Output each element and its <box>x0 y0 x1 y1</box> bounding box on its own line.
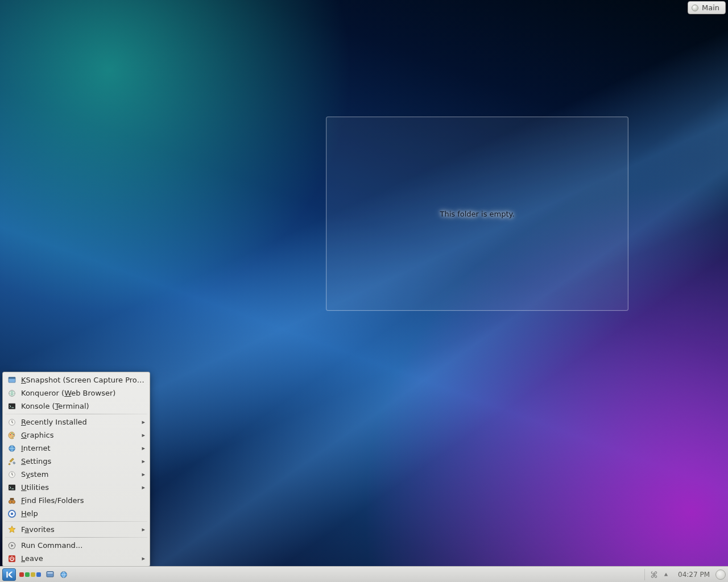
desktop-folder-widget[interactable]: This folder is empty. <box>326 117 628 311</box>
submenu-arrow-icon: ▸ <box>142 526 145 533</box>
run-icon <box>7 541 16 550</box>
menu-item-label: Find Files/Folders <box>21 496 145 505</box>
menu-item-label: System <box>21 470 137 479</box>
pager-desktop-3[interactable] <box>31 572 35 577</box>
clock-icon <box>7 418 16 427</box>
system-tray <box>644 569 672 580</box>
menu-item-leave[interactable]: Leave▸ <box>3 552 150 565</box>
svg-rect-19 <box>47 572 52 573</box>
globe-blue-icon <box>7 444 16 453</box>
svg-point-5 <box>10 434 11 435</box>
activity-indicator-icon <box>692 5 698 11</box>
tools-icon <box>7 457 16 466</box>
folder-empty-text: This folder is empty. <box>440 210 514 218</box>
svg-rect-1 <box>9 377 15 379</box>
menu-separator <box>5 537 147 538</box>
panel-toolbox-cashew[interactable] <box>715 569 726 580</box>
menu-item-label: Settings <box>21 457 137 465</box>
kde-logo-icon <box>5 571 13 579</box>
menu-item-settings[interactable]: Settings▸ <box>3 455 150 468</box>
menu-item-run[interactable]: Run Command... <box>3 539 150 552</box>
help-icon <box>7 509 16 518</box>
taskbar-clock[interactable]: 04:27 PM <box>675 571 713 579</box>
svg-point-15 <box>11 512 14 515</box>
show-desktop-button[interactable] <box>44 569 56 580</box>
menu-item-label: Internet <box>21 444 137 452</box>
menu-item-label: Graphics <box>21 431 137 439</box>
menu-item-label: KSnapshot (Screen Capture Program) <box>21 376 145 384</box>
terminal-icon <box>7 483 16 492</box>
menu-item-label: Recently Installed <box>21 418 137 426</box>
terminal-icon <box>7 402 16 411</box>
application-menu: KSnapshot (Screen Capture Program)Konque… <box>2 372 150 567</box>
menu-item-konsole[interactable]: Konsole (Terminal) <box>3 400 150 413</box>
menu-item-label: Run Command... <box>21 541 145 550</box>
menu-item-favorites[interactable]: Favorites▸ <box>3 523 150 536</box>
activity-label: Main <box>702 3 719 12</box>
submenu-arrow-icon: ▸ <box>142 418 145 426</box>
binoculars-icon <box>7 496 16 505</box>
start-menu-button[interactable] <box>2 568 16 581</box>
svg-point-6 <box>11 433 13 434</box>
submenu-arrow-icon: ▸ <box>142 431 145 439</box>
web-browser-launcher[interactable] <box>58 569 69 580</box>
tray-expand-arrow-icon[interactable] <box>663 569 669 580</box>
menu-item-label: Favorites <box>21 525 137 534</box>
svg-rect-3 <box>9 403 15 409</box>
globe-icon <box>7 389 16 398</box>
svg-point-12 <box>12 500 15 504</box>
menu-item-find-files[interactable]: Find Files/Folders <box>3 494 150 507</box>
menu-separator <box>5 414 147 414</box>
menu-item-system[interactable]: System▸ <box>3 468 150 481</box>
menu-item-help[interactable]: Help <box>3 507 150 520</box>
power-icon <box>7 554 16 563</box>
menu-item-recently-installed[interactable]: Recently Installed▸ <box>3 415 150 429</box>
clock-icon <box>7 470 16 479</box>
svg-rect-13 <box>10 498 14 500</box>
menu-item-label: Leave <box>21 554 137 563</box>
menu-item-graphics[interactable]: Graphics▸ <box>3 429 150 442</box>
menu-item-label: Konqueror (Web Browser) <box>21 389 145 397</box>
submenu-arrow-icon: ▸ <box>142 471 145 478</box>
activity-switcher[interactable]: Main <box>688 1 726 14</box>
taskbar: 04:27 PM <box>0 566 728 582</box>
menu-item-label: Konsole (Terminal) <box>21 402 145 410</box>
pager-desktop-2[interactable] <box>25 572 30 577</box>
klipper-tray-icon[interactable] <box>648 569 660 580</box>
menu-item-konqueror[interactable]: Konqueror (Web Browser) <box>3 386 150 400</box>
submenu-arrow-icon: ▸ <box>142 444 145 452</box>
menu-item-label: Help <box>21 509 145 518</box>
submenu-arrow-icon: ▸ <box>142 458 145 465</box>
svg-point-7 <box>13 434 14 435</box>
desktop-pager[interactable] <box>18 571 42 578</box>
palette-icon <box>7 431 16 440</box>
submenu-arrow-icon: ▸ <box>142 555 145 562</box>
menu-item-label: Utilities <box>21 483 137 492</box>
menu-item-internet[interactable]: Internet▸ <box>3 442 150 455</box>
pager-desktop-1[interactable] <box>19 572 24 577</box>
svg-rect-10 <box>9 484 15 490</box>
submenu-arrow-icon: ▸ <box>142 484 145 491</box>
pager-desktop-4[interactable] <box>36 572 41 577</box>
window-icon <box>7 376 16 385</box>
menu-separator <box>5 521 147 522</box>
menu-item-utilities[interactable]: Utilities▸ <box>3 481 150 494</box>
menu-item-ksnapshot[interactable]: KSnapshot (Screen Capture Program) <box>3 373 150 386</box>
star-icon <box>7 525 16 534</box>
